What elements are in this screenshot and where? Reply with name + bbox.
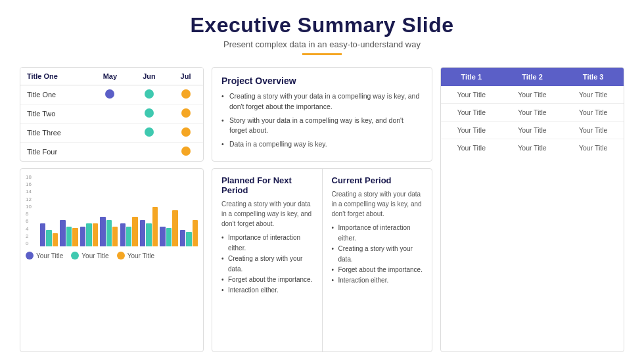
bar-blue bbox=[160, 227, 165, 246]
legend-dot-blue bbox=[26, 252, 34, 260]
bar-teal bbox=[46, 230, 51, 246]
divider bbox=[302, 53, 342, 55]
slide: Executive Summary Slide Present complex … bbox=[0, 0, 644, 362]
list-item: Story with your data in a compelling way… bbox=[221, 116, 423, 137]
cell-jul bbox=[168, 85, 203, 104]
bar-orange bbox=[172, 210, 177, 246]
chart-container: 0 2 4 6 8 10 12 14 16 18 bbox=[20, 168, 204, 352]
row-label: Title Two bbox=[20, 104, 90, 124]
bar-teal bbox=[126, 227, 131, 246]
table-row: Title Two bbox=[20, 104, 203, 124]
table-row: Title One bbox=[20, 85, 203, 104]
planned-title: Planned For Next Period bbox=[221, 175, 313, 195]
dot-teal bbox=[145, 127, 154, 137]
list-item: Importance of interaction either. bbox=[332, 223, 423, 244]
bar-group bbox=[40, 223, 58, 246]
project-overview-list: Creating a story with your data in a com… bbox=[221, 91, 423, 150]
cell-jun bbox=[130, 124, 168, 143]
cell-may bbox=[90, 104, 130, 124]
list-item: Creating a story with your data in a com… bbox=[221, 91, 423, 112]
cell: Your Title bbox=[563, 104, 624, 122]
cell: Your Title bbox=[441, 122, 502, 139]
bar-blue bbox=[80, 227, 85, 246]
header: Executive Summary Slide Present complex … bbox=[20, 13, 624, 62]
list-item: Forget about the importance. bbox=[332, 265, 423, 275]
bar-orange bbox=[93, 223, 98, 246]
cell: Your Title bbox=[563, 86, 624, 104]
dot-orange bbox=[181, 108, 191, 118]
table-one: Title One May Jun Jul Title One bbox=[20, 68, 203, 161]
bar-blue bbox=[120, 223, 126, 246]
bar-orange bbox=[53, 233, 58, 246]
bar-group bbox=[100, 217, 118, 246]
bar-orange bbox=[72, 228, 78, 246]
cell: Your Title bbox=[502, 86, 563, 104]
cell-jul bbox=[168, 124, 203, 143]
table-row: Title Four bbox=[20, 143, 203, 162]
dot-teal bbox=[145, 89, 154, 99]
bar-teal bbox=[66, 227, 72, 246]
table-row: Your Title Your Title Your Title bbox=[441, 122, 624, 139]
planned-intro: Creating a story with your data in a com… bbox=[221, 199, 313, 229]
chart-legend: Your Title Your Title Your Title bbox=[26, 252, 198, 260]
col-title-one: Title One bbox=[20, 68, 90, 85]
list-item: Interaction either. bbox=[332, 275, 423, 286]
cell-may bbox=[90, 85, 130, 104]
legend-label-blue: Your Title bbox=[36, 252, 63, 260]
cell: Your Title bbox=[502, 104, 563, 122]
bar-orange bbox=[112, 227, 118, 246]
col-may: May bbox=[90, 68, 130, 85]
table-right: Title 1 Title 2 Title 3 Your Title Your … bbox=[441, 68, 624, 156]
bar-orange bbox=[193, 220, 198, 246]
table-right-container: Title 1 Title 2 Title 3 Your Title Your … bbox=[440, 67, 624, 352]
table-row: Title Three bbox=[20, 124, 203, 143]
table-one-header-row: Title One May Jun Jul bbox=[20, 68, 203, 85]
col-title2: Title 2 bbox=[502, 68, 563, 86]
current-panel: Current Period Creating a story with you… bbox=[323, 169, 432, 351]
current-intro: Creating a story with your data in a com… bbox=[332, 189, 423, 219]
bar-teal bbox=[106, 220, 112, 246]
col-jul: Jul bbox=[168, 68, 203, 85]
bar-orange bbox=[152, 207, 158, 246]
bar-teal bbox=[186, 232, 191, 246]
dot-orange bbox=[181, 127, 191, 137]
right-column: Title 1 Title 2 Title 3 Your Title Your … bbox=[440, 67, 624, 352]
list-item: Importance of interaction either. bbox=[221, 233, 313, 254]
chart-area: 0 2 4 6 8 10 12 14 16 18 bbox=[26, 174, 198, 246]
list-item: Creating a story with your data. bbox=[221, 254, 313, 275]
content-area: Title One May Jun Jul Title One bbox=[20, 67, 624, 352]
table-row: Your Title Your Title Your Title bbox=[441, 86, 624, 104]
cell-jul bbox=[168, 143, 203, 162]
row-label: Title Three bbox=[20, 124, 90, 143]
current-title: Current Period bbox=[332, 175, 423, 185]
bar-blue bbox=[100, 217, 105, 246]
bar-blue bbox=[140, 220, 145, 246]
cell-jun bbox=[130, 143, 168, 162]
y-axis: 0 2 4 6 8 10 12 14 16 18 bbox=[26, 174, 32, 246]
legend-dot-teal bbox=[71, 252, 79, 260]
legend-item-blue: Your Title bbox=[26, 252, 63, 260]
bar-group bbox=[180, 220, 198, 246]
table-row: Your Title Your Title Your Title bbox=[441, 139, 624, 157]
project-overview-card: Project Overview Creating a story with y… bbox=[212, 67, 432, 162]
col-title1: Title 1 bbox=[441, 68, 502, 86]
dot-teal bbox=[145, 108, 154, 118]
middle-column: Project Overview Creating a story with y… bbox=[212, 67, 432, 352]
dot-orange bbox=[181, 147, 191, 156]
slide-title: Executive Summary Slide bbox=[20, 13, 624, 37]
list-item: Interaction either. bbox=[221, 285, 313, 296]
col-jun: Jun bbox=[130, 68, 168, 85]
row-label: Title One bbox=[20, 85, 90, 104]
cell-may bbox=[90, 124, 130, 143]
bar-blue bbox=[180, 230, 185, 246]
dot-orange bbox=[181, 89, 191, 99]
cell: Your Title bbox=[441, 104, 502, 122]
cell: Your Title bbox=[563, 122, 624, 139]
row-label: Title Four bbox=[20, 143, 90, 162]
bar-group bbox=[120, 217, 138, 246]
current-list: Importance of interaction either. Creati… bbox=[332, 223, 423, 286]
bar-orange bbox=[132, 217, 137, 246]
bar-blue bbox=[40, 223, 45, 246]
table-one-container: Title One May Jun Jul Title One bbox=[20, 67, 204, 162]
cell-jun bbox=[130, 85, 168, 104]
